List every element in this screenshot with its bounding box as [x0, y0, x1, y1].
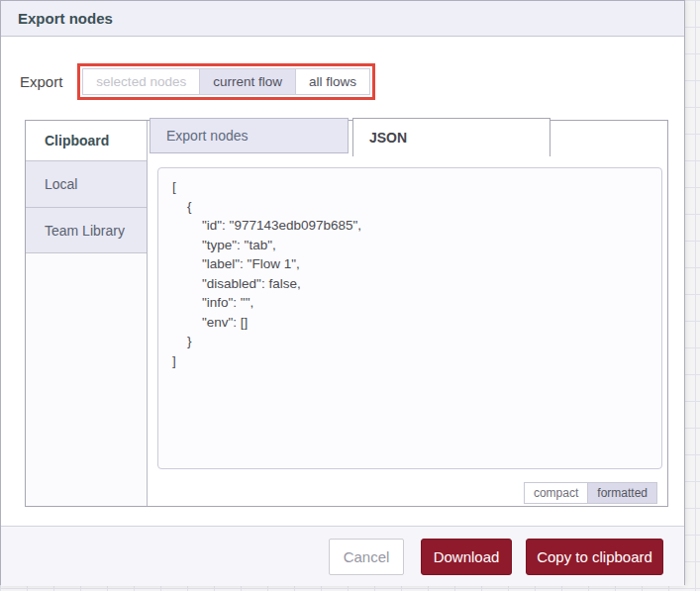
export-scope-button-group: selected nodes current flow all flows [82, 68, 370, 95]
json-output-textarea[interactable]: [ { "id": "977143edb097b685", "type": "t… [157, 167, 662, 469]
sidebar-item-team-library[interactable]: Team Library [26, 207, 147, 253]
annotation-highlight-box: selected nodes current flow all flows [77, 63, 375, 100]
current-flow-button[interactable]: current flow [199, 68, 296, 95]
export-nodes-dialog: Export nodes Export selected nodes curre… [0, 0, 685, 585]
export-scope-label: Export [20, 73, 62, 90]
all-flows-button[interactable]: all flows [295, 68, 370, 95]
sidebar-item-local[interactable]: Local [26, 160, 147, 207]
library-sidebar: Clipboard Local Team Library [26, 121, 148, 506]
export-scope-row: Export selected nodes current flow all f… [20, 63, 375, 100]
copy-to-clipboard-button[interactable]: Copy to clipboard [526, 539, 663, 575]
dialog-title: Export nodes [18, 10, 113, 27]
compact-format-button[interactable]: compact [524, 482, 588, 504]
cancel-button[interactable]: Cancel [329, 539, 404, 575]
tab-export-nodes[interactable]: Export nodes [150, 118, 349, 153]
formatted-format-button[interactable]: formatted [587, 482, 657, 504]
json-output-content: [ { "id": "977143edb097b685", "type": "t… [158, 168, 661, 379]
json-format-button-group: compact formatted [525, 482, 657, 504]
dialog-footer: Cancel Download Copy to clipboard [1, 526, 684, 586]
export-destination-panel: Clipboard Local Team Library Export node… [25, 120, 668, 507]
sidebar-header-clipboard: Clipboard [26, 121, 147, 160]
selected-nodes-button[interactable]: selected nodes [82, 68, 200, 95]
download-button[interactable]: Download [421, 539, 512, 575]
dialog-header: Export nodes [1, 1, 684, 37]
tab-json[interactable]: JSON [352, 118, 550, 156]
